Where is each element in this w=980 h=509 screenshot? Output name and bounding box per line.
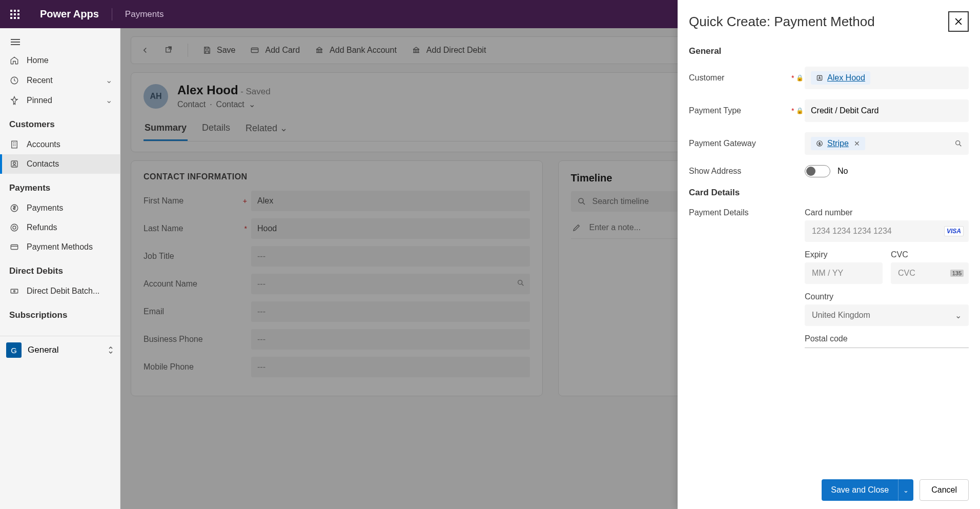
sidebar-label: Home	[27, 56, 49, 65]
sidebar-label: Contacts	[27, 159, 59, 169]
svg-rect-8	[11, 289, 18, 293]
customer-lookup[interactable]: Alex Hood	[805, 67, 969, 89]
required-icon: *	[791, 107, 794, 115]
show-address-label: Show Address	[689, 167, 791, 176]
sidebar-label: Accounts	[27, 140, 60, 149]
sidebar-item-home[interactable]: Home	[0, 51, 120, 70]
dollar-circle-icon	[816, 140, 823, 147]
sidebar-item-accounts[interactable]: Accounts	[0, 135, 120, 154]
sidebar-item-contacts[interactable]: Contacts	[0, 154, 120, 174]
svg-point-5	[11, 224, 18, 231]
sidebar-label: Payment Methods	[27, 242, 93, 252]
app-launcher-icon[interactable]	[10, 10, 19, 19]
chevron-down-icon: ⌄	[106, 95, 112, 105]
card-icon	[10, 242, 19, 252]
pin-icon	[10, 96, 19, 105]
contact-icon	[10, 159, 19, 169]
required-icon: *	[791, 74, 794, 82]
country-label: Country	[805, 292, 969, 301]
payment-type-label: Payment Type	[689, 106, 791, 115]
lock-icon: 🔒	[796, 74, 804, 82]
cvc-card-icon: 135	[950, 270, 964, 277]
svg-rect-1	[12, 141, 17, 148]
home-icon	[10, 56, 19, 65]
clock-icon	[10, 76, 19, 85]
panel-title: Quick Create: Payment Method	[689, 14, 875, 30]
sidebar-label: Refunds	[27, 223, 57, 232]
sidebar: Home Recent⌄ Pinned⌄ Customers Accounts …	[0, 28, 120, 509]
area-chevron-icon	[108, 346, 114, 354]
save-split-button[interactable]: ⌄	[898, 479, 913, 501]
gateway-lookup[interactable]: Stripe✕	[805, 132, 969, 155]
payment-type-field[interactable]: Credit / Debit Card	[805, 99, 969, 122]
customer-label: Customer	[689, 73, 791, 83]
card-number-input[interactable]: 1234 1234 1234 1234VISA	[805, 220, 969, 242]
toggle-value: No	[838, 167, 848, 176]
svg-rect-7	[11, 245, 18, 250]
chevron-down-icon: ⌄	[903, 486, 909, 494]
sidebar-area-switcher[interactable]: G General	[0, 336, 120, 364]
postal-input[interactable]	[805, 348, 969, 348]
sidebar-section-payments: Payments	[0, 174, 120, 198]
app-name: Power Apps	[40, 8, 99, 20]
svg-point-3	[13, 162, 16, 165]
dollar-icon	[10, 203, 19, 213]
svg-point-15	[819, 77, 820, 78]
sidebar-section-direct-debits: Direct Debits	[0, 257, 120, 281]
sidebar-item-refunds[interactable]: Refunds	[0, 218, 120, 237]
expiry-input[interactable]: MM / YY	[805, 262, 883, 284]
chevron-down-icon: ⌄	[106, 75, 112, 85]
customer-value[interactable]: Alex Hood	[827, 73, 865, 83]
svg-point-9	[14, 291, 15, 292]
quick-create-panel: Quick Create: Payment Method General Cus…	[678, 0, 980, 509]
sidebar-section-subscriptions: Subscriptions	[0, 301, 120, 325]
cancel-button[interactable]: Cancel	[920, 479, 969, 501]
payment-details-label: Payment Details	[689, 208, 791, 217]
close-button[interactable]	[948, 11, 969, 32]
sidebar-label: Pinned	[27, 96, 52, 105]
save-and-close-button[interactable]: Save and Close	[822, 479, 898, 501]
sidebar-item-payment-methods[interactable]: Payment Methods	[0, 237, 120, 257]
section-card-details: Card Details	[689, 188, 969, 198]
show-address-toggle[interactable]	[805, 165, 830, 177]
area-label: General	[28, 345, 101, 355]
environment-name[interactable]: Payments	[125, 9, 164, 19]
sidebar-section-customers: Customers	[0, 110, 120, 135]
visa-icon: VISA	[944, 226, 964, 236]
card-number-label: Card number	[805, 208, 969, 217]
building-icon	[10, 140, 19, 149]
sidebar-label: Recent	[27, 76, 53, 85]
close-icon	[953, 16, 964, 27]
search-icon[interactable]	[954, 139, 963, 148]
sidebar-item-pinned[interactable]: Pinned⌄	[0, 90, 120, 110]
svg-point-6	[13, 226, 16, 229]
svg-point-17	[956, 141, 960, 145]
gateway-label: Payment Gateway	[689, 139, 791, 148]
cash-icon	[10, 287, 19, 296]
cvc-label: CVC	[891, 250, 969, 259]
refund-icon	[10, 223, 19, 232]
gateway-value[interactable]: Stripe	[827, 139, 849, 148]
country-select[interactable]: United Kingdom⌄	[805, 304, 969, 326]
sidebar-item-payments[interactable]: Payments	[0, 198, 120, 218]
postal-label: Postal code	[805, 334, 969, 343]
user-icon	[816, 74, 823, 82]
divider	[112, 8, 112, 21]
sidebar-item-dd-batches[interactable]: Direct Debit Batch...	[0, 281, 120, 301]
chevron-down-icon: ⌄	[955, 311, 962, 320]
section-general: General	[689, 46, 969, 56]
area-badge: G	[6, 342, 22, 358]
sidebar-label: Direct Debit Batch...	[27, 287, 99, 296]
sidebar-label: Payments	[27, 203, 63, 213]
lock-icon: 🔒	[796, 107, 804, 114]
cvc-input[interactable]: CVC135	[891, 262, 969, 284]
hamburger-icon[interactable]	[8, 33, 112, 51]
sidebar-item-recent[interactable]: Recent⌄	[0, 70, 120, 90]
expiry-label: Expiry	[805, 250, 883, 259]
remove-tag-icon[interactable]: ✕	[854, 139, 860, 148]
